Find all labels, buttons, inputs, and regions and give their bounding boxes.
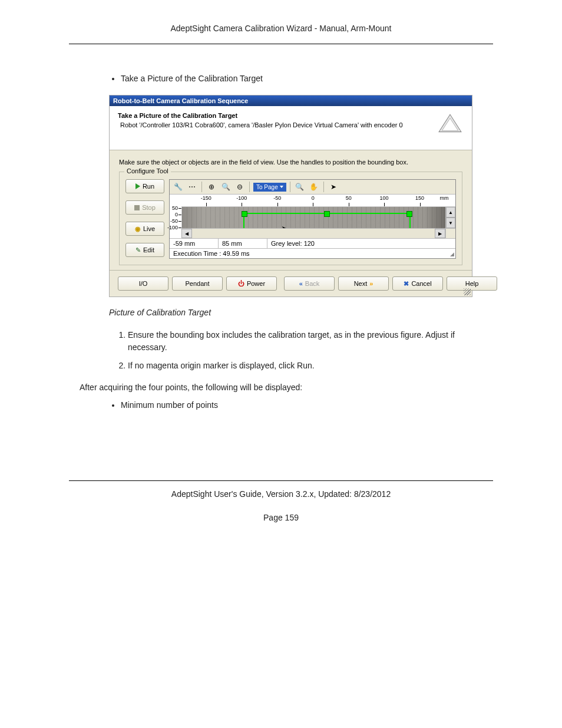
mouse-cursor: ➤ [281, 223, 289, 228]
zoom-region-icon[interactable]: 🔍 [294, 181, 306, 193]
live-button[interactable]: ◉Live [125, 222, 164, 236]
status-grey: Grey level: 120 [267, 239, 455, 248]
figure-caption: Picture of Calibration Target [109, 308, 493, 317]
wizard-instruction: Make sure the object or objects are in t… [119, 159, 462, 166]
edit-button[interactable]: ✎Edit [125, 243, 164, 257]
edit-icon: ✎ [135, 246, 141, 254]
pan-icon[interactable]: ✋ [308, 181, 320, 193]
chevron-left-icon: « [299, 280, 303, 287]
help-button[interactable]: Help [447, 276, 497, 291]
step-2: If no magenta origin marker is displayed… [128, 360, 493, 372]
tools-icon[interactable]: 🔧 [172, 181, 184, 193]
page-number: Page 159 [69, 513, 493, 522]
zoom-in-icon[interactable]: ⊕ [206, 181, 217, 193]
pointer-icon[interactable]: ➤ [328, 181, 339, 193]
cancel-button[interactable]: ✖Cancel [392, 276, 443, 291]
camera-canvas[interactable]: → [182, 207, 445, 228]
resize-grip[interactable] [464, 288, 471, 295]
play-icon [135, 183, 140, 189]
pendant-button[interactable]: Pendant [172, 276, 223, 291]
scroll-down-icon[interactable]: ▼ [446, 218, 455, 228]
bounding-box[interactable] [243, 213, 411, 228]
zoom-actual-icon[interactable]: 🔍 [220, 181, 232, 193]
status-bar: -59 mm 85 mm Grey level: 120 [170, 238, 455, 248]
stop-icon [134, 205, 140, 210]
wizard-footer: I/O Pendant ⏻Power «Back Next» ✖Cancel H… [110, 270, 472, 297]
page-header: AdeptSight Camera Calibration Wizard - M… [69, 24, 493, 44]
power-button[interactable]: ⏻Power [226, 276, 277, 291]
image-viewer: 🔧 ⋯ ⊕ 🔍 ⊖ To Page 🔍 ✋ [169, 179, 456, 259]
chevron-right-icon: » [369, 280, 373, 287]
cancel-icon: ✖ [404, 280, 409, 288]
fieldset-legend: Configure Tool [124, 167, 171, 174]
bbox-handle-tl[interactable] [242, 211, 247, 217]
page-footer: AdeptSight User's Guide, Version 3.2.x, … [69, 480, 493, 499]
stop-button[interactable]: Stop [125, 200, 164, 215]
ruler-vertical: 50 0 -50 -100 [170, 207, 182, 228]
bbox-handle-tm[interactable] [324, 211, 330, 217]
scroll-right-icon[interactable]: ▶ [435, 229, 445, 238]
back-button[interactable]: «Back [284, 276, 335, 291]
horizontal-scrollbar[interactable]: ◀ ▶ [181, 228, 445, 238]
chevron-down-icon [280, 186, 283, 188]
scroll-up-icon[interactable]: ▲ [446, 207, 455, 218]
ruler-horizontal: -150 -100 -50 0 50 100 150 mm [181, 195, 455, 207]
configure-tool-group: Configure Tool Run Stop ◉Live ✎Edit 🔧 ⋯ [119, 172, 462, 265]
scroll-left-icon[interactable]: ◀ [181, 229, 192, 238]
bullet-take-picture: Take a Picture of the Calibration Target [121, 74, 493, 83]
status-y: 85 mm [219, 239, 267, 248]
crosshair-icon[interactable]: ⋯ [186, 181, 198, 193]
adept-logo [438, 113, 462, 136]
live-icon: ◉ [135, 225, 141, 233]
power-icon: ⏻ [238, 280, 244, 287]
bbox-handle-tr[interactable] [406, 211, 412, 217]
wizard-header: Take a Picture of the Calibration Target… [110, 106, 472, 150]
after-points-text: After acquiring the four points, the fol… [80, 383, 493, 392]
execution-time: Execution Time : 49.59 ms ◢ [170, 248, 455, 258]
wizard-titlebar: Robot-to-Belt Camera Calibration Sequenc… [110, 95, 472, 106]
wizard-window: Robot-to-Belt Camera Calibration Sequenc… [109, 95, 472, 297]
step-1: Ensure the bounding box includes the cal… [128, 329, 493, 354]
io-button[interactable]: I/O [118, 276, 168, 291]
viewer-toolbar: 🔧 ⋯ ⊕ 🔍 ⊖ To Page 🔍 ✋ [170, 180, 455, 195]
wizard-subheading: Robot '/Controller 103/R1 Cobra600', cam… [120, 121, 464, 129]
bullet-min-points: Minimum number of points [121, 400, 493, 410]
run-button[interactable]: Run [125, 179, 164, 193]
vertical-scrollbar[interactable]: ▲ ▼ [445, 207, 455, 228]
zoom-mode-combo[interactable]: To Page [253, 183, 286, 192]
status-x: -59 mm [170, 239, 219, 248]
zoom-out-icon[interactable]: ⊖ [234, 181, 246, 193]
next-button[interactable]: Next» [338, 276, 389, 291]
wizard-heading: Take a Picture of the Calibration Target [118, 112, 464, 119]
